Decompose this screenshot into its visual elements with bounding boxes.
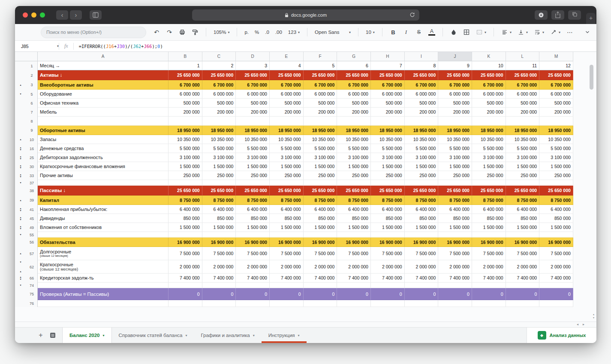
cell-H39[interactable]: 8 750 000: [371, 196, 405, 205]
cell-I3[interactable]: 6 700 000: [405, 80, 439, 90]
downloads-button[interactable]: [535, 10, 548, 20]
cell-F1[interactable]: 5: [304, 61, 337, 70]
formula-text[interactable]: =IFERROR((J16+J30)/(J62+J66);0): [79, 44, 163, 49]
cell-D33[interactable]: 250 000: [236, 171, 270, 180]
cell-K6[interactable]: 500 000: [472, 99, 506, 108]
scroll-up-icon[interactable]: ▴: [593, 313, 594, 316]
cell-I9[interactable]: 18 950 000: [405, 126, 439, 135]
cell-F2[interactable]: 25 650 000: [304, 70, 337, 80]
decrease-decimal-button[interactable]: .0: [265, 30, 269, 35]
close-window-button[interactable]: [23, 12, 28, 18]
scroll-down-icon[interactable]: ▾: [593, 316, 594, 319]
cell-J9[interactable]: 18 950 000: [438, 126, 472, 135]
group-toggle-gutter[interactable]: ▾: [15, 232, 26, 238]
column-header-K[interactable]: K: [472, 52, 506, 61]
cell-D9[interactable]: 18 950 000: [236, 126, 270, 135]
cell-J1[interactable]: 9: [438, 61, 472, 70]
row-number[interactable]: 66: [26, 274, 38, 283]
cell-C8[interactable]: [202, 117, 236, 126]
cell-E55[interactable]: [270, 232, 304, 238]
toolbar-collapse-button[interactable]: [584, 29, 590, 35]
cell-B16[interactable]: 5 500 000: [169, 144, 202, 153]
cell-J66[interactable]: 7 400 000: [438, 274, 472, 283]
group-toggle-icon[interactable]: ▾: [20, 261, 21, 263]
cell-F6[interactable]: 500 000: [304, 99, 337, 108]
cell-M49[interactable]: 1 500 000: [539, 223, 573, 232]
group-toggle-icon[interactable]: ▾: [20, 278, 21, 280]
cell-E57[interactable]: 7 500 000: [270, 247, 304, 260]
row-label-cell[interactable]: Прочие активы: [38, 171, 169, 180]
cell-K49[interactable]: 1 500 000: [472, 223, 506, 232]
cell-I10[interactable]: 10 350 000: [405, 135, 439, 144]
cell-B56[interactable]: 16 900 000: [169, 238, 202, 247]
cell-D76[interactable]: [236, 300, 270, 307]
cell-J75[interactable]: 0: [438, 288, 472, 300]
cell-G30[interactable]: 1 500 000: [337, 162, 371, 171]
column-header-F[interactable]: F: [304, 52, 337, 61]
cell-F3[interactable]: 6 700 000: [304, 80, 337, 90]
row-label-cell[interactable]: [38, 232, 169, 238]
cell-M56[interactable]: 16 900 000: [539, 238, 573, 247]
cell-K8[interactable]: [472, 117, 506, 126]
group-toggle-gutter[interactable]: ▴▾: [15, 274, 26, 283]
cell-F75[interactable]: 0: [304, 288, 337, 300]
cell-M2[interactable]: 25 650 000: [539, 70, 573, 80]
cell-J39[interactable]: 8 750 000: [438, 196, 472, 205]
group-toggle-icon[interactable]: ▾: [20, 176, 21, 178]
cell-G1[interactable]: 6: [337, 61, 371, 70]
cell-E75[interactable]: 0: [270, 288, 304, 300]
row-number[interactable]: 30: [26, 162, 38, 171]
cell-I74[interactable]: [405, 283, 439, 288]
cell-H30[interactable]: 1 500 000: [371, 162, 405, 171]
cell-B30[interactable]: 1 500 000: [169, 162, 202, 171]
cell-J2[interactable]: 25 650 000: [438, 70, 472, 80]
cell-B37[interactable]: [169, 180, 202, 186]
group-toggle-gutter[interactable]: ▾: [15, 180, 26, 186]
cell-C16[interactable]: 5 500 000: [202, 144, 236, 153]
cell-F38[interactable]: 25 650 000: [304, 186, 337, 196]
cell-B25[interactable]: 3 100 000: [169, 153, 202, 162]
cell-H74[interactable]: [371, 283, 405, 288]
cell-H8[interactable]: [371, 117, 405, 126]
group-toggle-gutter[interactable]: ▾▴: [15, 260, 26, 274]
group-toggle-gutter[interactable]: ▴: [15, 247, 26, 260]
cell-M1[interactable]: 12: [539, 61, 573, 70]
horizontal-align-menu[interactable]: ▾: [501, 29, 512, 36]
cell-G39[interactable]: 8 750 000: [337, 196, 371, 205]
group-toggle-gutter[interactable]: ▴▾: [15, 144, 26, 153]
row-number[interactable]: 6: [26, 99, 38, 108]
cell-M74[interactable]: [539, 283, 573, 288]
cell-J41[interactable]: 6 400 000: [438, 205, 472, 214]
cell-B7[interactable]: 200 000: [169, 108, 202, 117]
maximize-window-button[interactable]: [40, 12, 45, 18]
cell-E30[interactable]: 1 500 000: [270, 162, 304, 171]
group-toggle-gutter[interactable]: ▴▾: [15, 223, 26, 232]
cell-F7[interactable]: 200 000: [304, 108, 337, 117]
cell-J45[interactable]: 850 000: [438, 214, 472, 223]
cell-L57[interactable]: 7 500 000: [506, 247, 540, 260]
chevron-down-icon[interactable]: ▾: [102, 334, 104, 337]
column-header-I[interactable]: I: [405, 52, 439, 61]
cell-D56[interactable]: 16 900 000: [236, 238, 270, 247]
cell-E62[interactable]: 2 000 000: [270, 260, 304, 274]
cell-H55[interactable]: [371, 232, 405, 238]
row-number[interactable]: 39: [26, 196, 38, 205]
chevron-down-icon[interactable]: ▾: [298, 334, 300, 337]
row-number[interactable]: 7: [26, 108, 38, 117]
group-toggle-gutter[interactable]: ▴▾: [15, 153, 26, 162]
cell-B33[interactable]: 250 000: [169, 171, 202, 180]
cell-C9[interactable]: 18 950 000: [202, 126, 236, 135]
cell-B41[interactable]: 6 400 000: [169, 205, 202, 214]
cell-M57[interactable]: 7 500 000: [539, 247, 573, 260]
cell-K2[interactable]: 25 650 000: [472, 70, 506, 80]
cell-B38[interactable]: 25 650 000: [169, 186, 202, 196]
cell-F62[interactable]: 2 000 000: [304, 260, 337, 274]
cell-H33[interactable]: 250 000: [371, 171, 405, 180]
cell-K38[interactable]: 25 650 000: [472, 186, 506, 196]
group-toggle-gutter[interactable]: ▴: [15, 80, 26, 90]
cell-M33[interactable]: 250 000: [539, 171, 573, 180]
row-number[interactable]: 2: [26, 70, 38, 80]
cell-G6[interactable]: 500 000: [337, 99, 371, 108]
cell-G5[interactable]: 6 000 000: [337, 90, 371, 99]
text-wrap-menu[interactable]: ▾: [534, 29, 544, 36]
